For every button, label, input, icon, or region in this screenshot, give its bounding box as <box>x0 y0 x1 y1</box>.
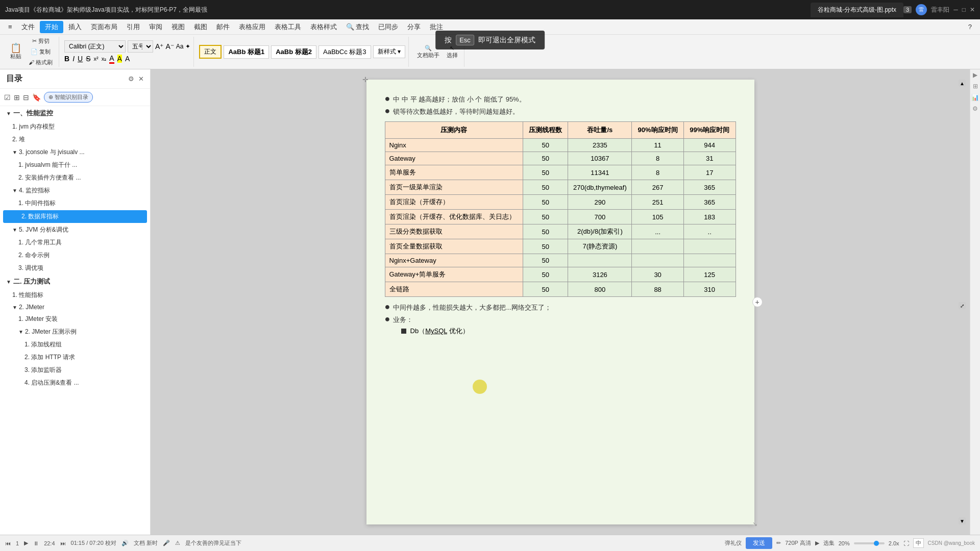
font-color-a-btn[interactable]: A <box>109 54 114 64</box>
menu-screenshot[interactable]: 截图 <box>190 20 211 34</box>
status-volume-icon[interactable]: 🔊 <box>121 540 129 546</box>
menu-table-tools[interactable]: 表格工具 <box>271 20 305 34</box>
sidebar-item-perf-monitor[interactable]: ▼ 一、性能监控 <box>0 106 150 120</box>
menu-insert[interactable]: 插入 <box>64 20 86 34</box>
style-heading3[interactable]: AaBbCc 标题3 <box>318 45 371 59</box>
menu-sync[interactable]: 已同步 <box>374 20 402 34</box>
sidebar-item-add-http[interactable]: 2. 添加 HTTP 请求 <box>0 351 150 364</box>
status-pause-btn[interactable]: ⏸ <box>33 540 39 546</box>
sidebar-expand-icon[interactable]: ⊞ <box>14 93 20 102</box>
style-heading1[interactable]: AaBb 标题1 <box>224 45 269 59</box>
resize-handle-br[interactable]: ↘ <box>752 520 757 528</box>
sidebar-item-tune[interactable]: 3. 调优项 <box>0 262 150 274</box>
status-time1: 22:4 <box>44 540 55 546</box>
highlight-btn[interactable]: A <box>117 55 122 63</box>
paste-btn[interactable]: 📋 粘贴 <box>7 42 24 61</box>
menu-table-style[interactable]: 表格样式 <box>306 20 341 34</box>
sidebar-item-jmeter-example[interactable]: ▼ 2. JMeter 压测示例 <box>0 325 150 338</box>
menu-home[interactable]: 开始 <box>40 21 63 33</box>
move-handle[interactable]: ✛ <box>362 76 369 84</box>
cut-btn[interactable]: ✂ 剪切 <box>26 36 56 46</box>
right-tab-title[interactable]: 谷粒商城-分布式高级-图.pptx <box>811 3 903 17</box>
right-panel-icon-1[interactable]: ▶ <box>973 71 977 79</box>
hd-icon[interactable]: ▶ <box>815 540 819 546</box>
sidebar-item-stress-test[interactable]: ▼ 二. 压力测试 <box>0 274 150 289</box>
underline-btn[interactable]: U <box>78 55 83 63</box>
style-heading2[interactable]: AaBb 标题2 <box>271 45 316 59</box>
right-panel-icon-3[interactable]: 📊 <box>971 94 979 101</box>
sidebar-settings-icon[interactable]: ⚙ <box>128 75 134 83</box>
send-button[interactable]: 发送 <box>746 537 772 549</box>
menu-mail[interactable]: 邮件 <box>212 20 234 34</box>
menu-file[interactable]: 文件 <box>17 20 39 34</box>
maximize-icon[interactable]: □ <box>962 6 966 13</box>
menu-layout[interactable]: 页面布局 <box>87 20 121 34</box>
font-grow-btn[interactable]: A⁺ <box>155 42 163 51</box>
scroll-down-btn[interactable]: ▼ <box>959 517 966 524</box>
zh-icon[interactable]: 中 <box>913 538 924 548</box>
sidebar-item-jmeter-install[interactable]: 1. JMeter 安装 <box>0 313 150 325</box>
italic-btn[interactable]: I <box>72 55 75 63</box>
menu-hamburger[interactable]: ≡ <box>4 21 16 33</box>
sidebar-item-install-plugin[interactable]: 2. 安装插件方便查看 ... <box>0 171 150 184</box>
sidebar-item-jvisualvm[interactable]: 1. jvisualvm 能干什 ... <box>0 159 150 171</box>
sidebar-bookmark-icon[interactable]: 🔖 <box>32 93 41 102</box>
format-copy-btn[interactable]: 🖌 格式刷 <box>26 58 56 67</box>
font-shrink-btn[interactable]: A⁻ <box>165 42 174 51</box>
scroll-up-btn[interactable]: ▲ <box>959 80 966 87</box>
sidebar-item-monitor-index[interactable]: ▼ 4. 监控指标 <box>0 184 150 197</box>
smart-toc-btn[interactable]: ⊕ 智能识别目录 <box>44 92 93 103</box>
menu-share[interactable]: 分享 <box>403 20 425 34</box>
font-color-btn[interactable]: A <box>125 55 130 63</box>
sidebar-item-db-index[interactable]: 2. 数据库指标 <box>3 210 147 223</box>
left-tab-title[interactable]: Java项目《谷粒商城》架构师级Java项目实战，对标阿里P6-P7，全网最强 <box>5 6 800 14</box>
font-case-btn[interactable]: Aa <box>176 43 184 50</box>
sidebar-item-jvm-tune[interactable]: ▼ 5. JVM 分析&调优 <box>0 223 150 236</box>
right-panel-icon-4[interactable]: ⚙ <box>972 105 978 112</box>
sidebar-item-perf-index[interactable]: 1. 性能指标 <box>0 289 150 302</box>
sidebar-item-add-listener[interactable]: 3. 添加监听器 <box>0 364 150 377</box>
sidebar-item-jvm-memory[interactable]: 1. jvm 内存模型 <box>0 120 150 133</box>
font-clear-btn[interactable]: ✦ <box>185 43 190 50</box>
close-icon[interactable]: ✕ <box>970 6 975 13</box>
menu-reference[interactable]: 引用 <box>122 20 144 34</box>
sidebar-item-heap[interactable]: 2. 堆 <box>0 133 150 146</box>
sidebar-item-start-test[interactable]: 4. 启动压测&查看 ... <box>0 377 150 389</box>
status-play-btn[interactable]: ▶ <box>24 540 28 546</box>
zoom-control[interactable] <box>854 542 885 544</box>
status-mic-icon[interactable]: 🎤 <box>163 540 170 546</box>
sidebar-close-icon[interactable]: ✕ <box>138 75 144 83</box>
sidebar-item-middleware-index[interactable]: 1. 中间件指标 <box>0 197 150 210</box>
bold-btn[interactable]: B <box>64 55 69 63</box>
status-play-prev[interactable]: ⏮ <box>5 540 11 546</box>
new-style-btn[interactable]: 新样式 ▾ <box>373 45 405 58</box>
copy-btn[interactable]: 📄 复制 <box>26 47 56 57</box>
expand-icon-top[interactable]: ⤢ <box>959 302 966 309</box>
sidebar-collapse-icon[interactable]: ⊟ <box>23 93 29 102</box>
sidebar-item-jconsole[interactable]: ▼ 3. jconsole 与 jvisualv ... <box>0 146 150 159</box>
menu-search[interactable]: 🔍 查找 <box>342 20 374 34</box>
sidebar-item-tools[interactable]: 1. 几个常用工具 <box>0 236 150 249</box>
bottom-note-2: ● 业务： <box>385 315 736 324</box>
help-icon[interactable]: ? <box>964 21 976 33</box>
right-panel-icon-2[interactable]: ⊞ <box>973 83 978 90</box>
font-family-select[interactable]: Calibri (正文) <box>64 40 126 53</box>
status-play-next[interactable]: ⏭ <box>60 540 66 546</box>
style-normal[interactable]: 正文 <box>199 45 222 59</box>
menu-review[interactable]: 审阅 <box>145 20 166 34</box>
menu-view[interactable]: 视图 <box>167 20 189 34</box>
sidebar-item-add-thread[interactable]: 1. 添加线程组 <box>0 338 150 351</box>
subscript-btn[interactable]: x₂ <box>102 56 107 62</box>
font-size-select[interactable]: 五号 <box>128 40 153 53</box>
fullscreen-icon[interactable]: ⛶ <box>903 540 909 546</box>
menu-table-app[interactable]: 表格应用 <box>235 20 270 34</box>
sidebar-item-cmd[interactable]: 2. 命令示例 <box>0 249 150 262</box>
superscript-btn[interactable]: x² <box>94 56 99 62</box>
strikethrough-btn[interactable]: S <box>86 55 90 63</box>
minimize-icon[interactable]: ─ <box>953 6 958 13</box>
add-row-handle[interactable]: + <box>752 297 763 307</box>
zoom-bar[interactable] <box>854 542 885 544</box>
sidebar-item-jmeter[interactable]: ▼ 2. JMeter <box>0 302 150 313</box>
table-cell-6-1: 50 <box>523 224 568 239</box>
edit-icon[interactable]: ✏ <box>776 540 781 546</box>
